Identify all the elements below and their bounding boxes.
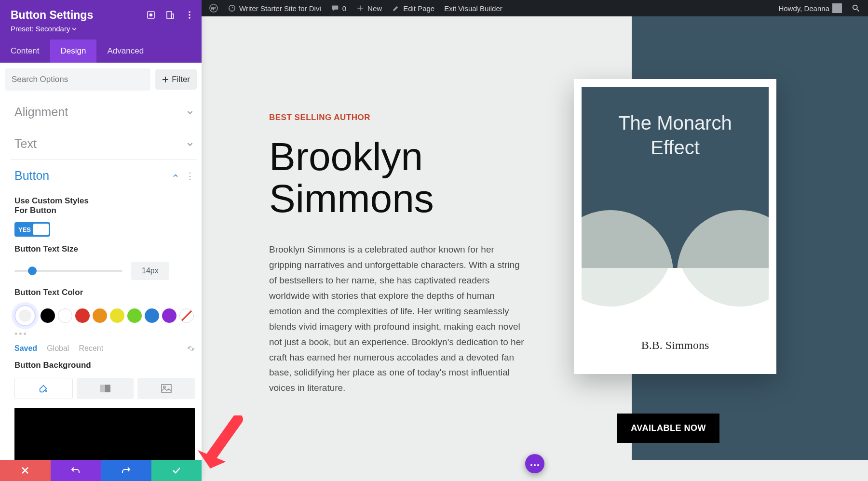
swatch-blue[interactable] bbox=[145, 308, 159, 323]
filter-button[interactable]: Filter bbox=[155, 69, 197, 90]
section-alignment-toggle[interactable]: Alignment bbox=[11, 96, 197, 128]
svg-point-4 bbox=[150, 14, 152, 16]
swatch-purple[interactable] bbox=[162, 308, 176, 323]
panel-header: Button Settings Preset: Secondary bbox=[0, 0, 202, 40]
hero-text-block: BEST SELLING AUTHOR Brooklyn Simmons Bro… bbox=[202, 16, 573, 396]
options-scroll[interactable]: Alignment Text Button ⋮ Use Custom Style… bbox=[0, 96, 202, 460]
cover-shape bbox=[677, 210, 769, 268]
comments-link[interactable]: 0 bbox=[326, 0, 351, 16]
option-label: Button Background bbox=[14, 361, 195, 370]
toggle-knob bbox=[33, 224, 49, 235]
book-title: The Monarch Effect bbox=[618, 111, 732, 160]
site-name-link[interactable]: Writer Starter Site for Divi bbox=[223, 0, 326, 16]
swatch-black[interactable] bbox=[41, 308, 55, 323]
cover-shape bbox=[582, 210, 673, 268]
comment-icon bbox=[331, 4, 339, 13]
toggle-use-custom-styles[interactable]: YES bbox=[14, 222, 50, 237]
palette-recent[interactable]: Recent bbox=[79, 344, 103, 353]
chevron-down-icon bbox=[185, 140, 195, 148]
edit-page-label: Edit Page bbox=[403, 4, 434, 13]
svg-rect-11 bbox=[100, 385, 105, 392]
option-use-custom-styles: Use Custom Styles For Button YES bbox=[11, 191, 197, 240]
site-title: Writer Starter Site for Divi bbox=[239, 4, 321, 13]
close-icon bbox=[21, 467, 29, 474]
book-author: B.B. Simmons bbox=[641, 339, 709, 352]
howdy-text: Howdy, Deanna bbox=[778, 4, 829, 13]
settings-panel: Button Settings Preset: Secondary Conten… bbox=[0, 0, 202, 481]
option-label: Button Text Color bbox=[14, 288, 195, 297]
swatch-green[interactable] bbox=[127, 308, 142, 323]
hover-preview-icon[interactable] bbox=[146, 10, 156, 20]
plus-icon bbox=[356, 4, 365, 13]
swatch-none[interactable] bbox=[179, 308, 194, 323]
bg-tab-image[interactable] bbox=[137, 378, 195, 399]
redo-icon bbox=[121, 466, 131, 475]
section-button-toggle[interactable]: Button ⋮ bbox=[11, 160, 197, 191]
admin-search[interactable] bbox=[847, 0, 865, 16]
dashboard-icon bbox=[228, 4, 236, 13]
option-label: Use Custom Styles For Button bbox=[14, 196, 96, 215]
preset-selector[interactable]: Preset: Secondary bbox=[11, 25, 191, 33]
image-icon bbox=[161, 384, 172, 393]
tab-content[interactable]: Content bbox=[0, 40, 50, 63]
bg-tab-color[interactable] bbox=[14, 378, 73, 399]
bg-tab-gradient[interactable] bbox=[77, 378, 134, 399]
cancel-button[interactable] bbox=[0, 460, 51, 481]
comments-count: 0 bbox=[342, 4, 346, 13]
kebab-icon[interactable]: ⋮ bbox=[185, 170, 195, 182]
wp-logo[interactable] bbox=[204, 0, 223, 16]
more-icon bbox=[530, 459, 540, 468]
option-text-size: Button Text Size 14px bbox=[11, 240, 197, 283]
exit-visual-builder[interactable]: Exit Visual Builder bbox=[439, 0, 507, 16]
redo-button[interactable] bbox=[101, 460, 151, 481]
author-bio: Brooklyn Simmons is a celebrated author … bbox=[269, 242, 525, 396]
gradient-icon bbox=[100, 385, 110, 392]
plus-icon bbox=[162, 76, 169, 83]
search-icon bbox=[852, 4, 860, 13]
undo-icon bbox=[71, 466, 81, 475]
swatch-red[interactable] bbox=[75, 308, 90, 323]
new-content-link[interactable]: New bbox=[351, 0, 387, 16]
tab-advanced[interactable]: Advanced bbox=[96, 40, 154, 63]
new-label: New bbox=[367, 4, 382, 13]
svg-point-9 bbox=[189, 17, 190, 19]
background-type-tabs bbox=[14, 378, 195, 399]
svg-point-8 bbox=[189, 14, 190, 16]
svg-point-13 bbox=[163, 386, 165, 388]
edit-page-link[interactable]: Edit Page bbox=[387, 0, 439, 16]
swatch-yellow[interactable] bbox=[110, 308, 124, 323]
responsive-icon[interactable] bbox=[165, 10, 176, 20]
background-preview[interactable] bbox=[14, 408, 195, 460]
exit-vb-label: Exit Visual Builder bbox=[444, 4, 502, 13]
swatch-white[interactable] bbox=[58, 308, 72, 323]
color-picker-button[interactable] bbox=[14, 305, 36, 326]
builder-fab[interactable] bbox=[525, 454, 544, 473]
cover-shape bbox=[677, 268, 769, 307]
pencil-icon bbox=[392, 4, 400, 13]
tab-design[interactable]: Design bbox=[50, 40, 97, 63]
color-swatch-row bbox=[14, 305, 195, 326]
panel-footer-buttons bbox=[0, 460, 202, 481]
caret-down-icon bbox=[72, 27, 77, 31]
palette-saved[interactable]: Saved bbox=[14, 344, 37, 353]
available-now-button[interactable]: AVAILABLE NOW bbox=[617, 414, 719, 443]
gear-icon[interactable] bbox=[187, 345, 195, 352]
kebab-icon[interactable] bbox=[184, 10, 195, 20]
text-size-value[interactable]: 14px bbox=[131, 262, 169, 280]
book-cover-bottom: B.B. Simmons bbox=[582, 268, 769, 366]
option-label: Button Text Size bbox=[14, 244, 195, 254]
save-button[interactable] bbox=[151, 460, 202, 481]
svg-point-2 bbox=[853, 5, 857, 10]
swatch-orange[interactable] bbox=[93, 308, 107, 323]
svg-rect-6 bbox=[171, 14, 174, 18]
search-input[interactable] bbox=[5, 68, 150, 91]
palette-global[interactable]: Global bbox=[47, 344, 69, 353]
search-row: Filter bbox=[0, 63, 202, 96]
svg-point-7 bbox=[189, 11, 190, 13]
check-icon bbox=[172, 467, 181, 474]
text-size-slider[interactable] bbox=[14, 270, 122, 272]
section-text-toggle[interactable]: Text bbox=[11, 128, 197, 160]
undo-button[interactable] bbox=[51, 460, 101, 481]
more-swatches[interactable]: ••• bbox=[14, 329, 195, 339]
account-link[interactable]: Howdy, Deanna bbox=[773, 0, 847, 16]
